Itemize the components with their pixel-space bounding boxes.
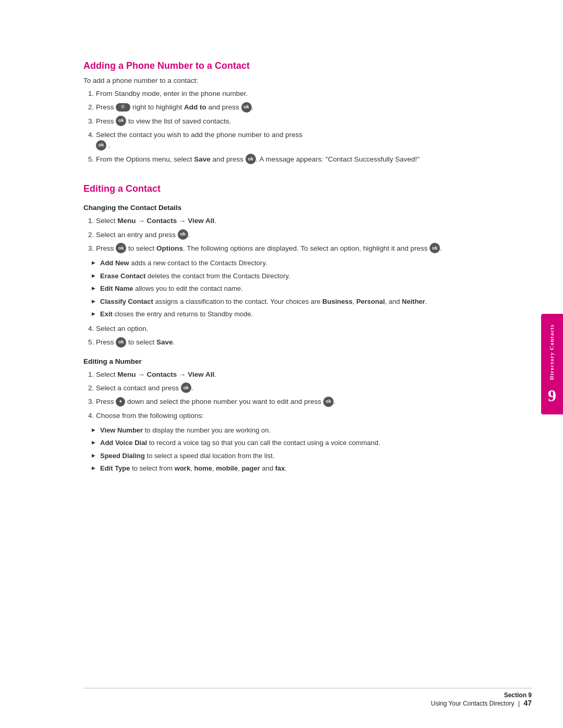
sub2-step1: Select Menu → Contacts → View All.: [96, 369, 511, 380]
ok-icon-s1s4: ok: [96, 140, 106, 151]
section1-step3: Press ok to view the list of saved conta…: [96, 116, 511, 127]
sub2-step3: Press ● down and select the phone number…: [96, 397, 511, 407]
section1-step1-text: From Standby mode, enter in the phone nu…: [96, 90, 248, 97]
sub1-step1: Select Menu → Contacts → View All.: [96, 216, 511, 226]
sub2-bullet3: Speed Dialing to select a speed dial loc…: [92, 451, 511, 461]
side-tab: Contacts Directory 9: [541, 314, 563, 415]
sub1-heading: Changing the Contact Details: [83, 204, 511, 212]
page-content: Adding a Phone Number to a Contact To ad…: [83, 60, 511, 509]
footer-page-info: Using Your Contacts Directory: [431, 700, 515, 707]
sub1-bullets: Add New adds a new contact to the Contac…: [92, 258, 511, 319]
section1-step4: Select the contact you wish to add the p…: [96, 130, 511, 151]
sub1-steps: Select Menu → Contacts → View All. Selec…: [96, 216, 511, 254]
sub2-step4: Choose from the following options:: [96, 411, 511, 421]
sub1-bullet1: Add New adds a new contact to the Contac…: [92, 258, 511, 268]
footer-page-number: 47: [523, 699, 532, 707]
sub2-bullet1: View Number to display the number you ar…: [92, 425, 511, 436]
sub2-steps: Select Menu → Contacts → View All. Selec…: [96, 369, 511, 421]
sub1-bullet2: Erase Contact deletes the contact from t…: [92, 271, 511, 281]
footer-divider: |: [518, 700, 520, 707]
section1-steps: From Standby mode, enter in the phone nu…: [96, 89, 511, 165]
section1-intro: To add a phone number to a contact:: [83, 77, 511, 84]
section1-step1: From Standby mode, enter in the phone nu…: [96, 89, 511, 99]
ok-icon-s1s5: ok: [246, 154, 256, 164]
sub2-step2: Select a contact and press ok.: [96, 383, 511, 393]
footer-content: Section 9 Using Your Contacts Directory …: [431, 692, 532, 707]
ok-icon-sub1s2: ok: [178, 229, 188, 240]
sub1-bullet4: Classify Contact assigns a classificatio…: [92, 297, 511, 307]
ok-icon-sub1s3: ok: [116, 243, 126, 253]
sub2-bullets: View Number to display the number you ar…: [92, 425, 511, 474]
ok-icon-sub2s3: ok: [323, 397, 334, 407]
sub1-steps2: Select an option. Press ok to select Sav…: [96, 324, 511, 348]
sub2-bullet2: Add Voice Dial to record a voice tag so …: [92, 438, 511, 448]
page-container: Contacts Directory 9 Adding a Phone Numb…: [0, 0, 563, 728]
ok-icon-s1s3: ok: [116, 116, 126, 126]
section1-title: Adding a Phone Number to a Contact: [83, 60, 511, 71]
side-tab-text1: Contacts: [548, 324, 555, 350]
ok-icon-sub2s2: ok: [181, 382, 191, 393]
ok-icon-s1s2: ok: [241, 102, 252, 113]
section2-title: Editing a Contact: [83, 183, 511, 194]
sub1-bullet3: Edit Name allows you to edit the contact…: [92, 283, 511, 294]
sub2-heading: Editing a Number: [83, 357, 511, 365]
section1-step5: From the Options menu, select Save and p…: [96, 154, 511, 165]
side-tab-text2: Directory: [548, 352, 555, 380]
sub2-bullet4: Edit Type to select from work, home, mob…: [92, 463, 511, 474]
sub1-step2: Select an entry and press ok.: [96, 230, 511, 240]
sub1-bullet5: Exit closes the entry and returns to Sta…: [92, 309, 511, 319]
ok-icon-sub1s5: ok: [116, 337, 126, 348]
section1-step2: Press ✆ right to highlight Add to and pr…: [96, 102, 511, 113]
footer-section-label: Section 9: [504, 692, 532, 699]
sub1-step3: Press ok to select Options. The followin…: [96, 243, 511, 254]
send-icon: ✆: [116, 103, 130, 112]
sub1-step5: Press ok to select Save.: [96, 337, 511, 348]
nav-icon-sub2s3: ●: [116, 397, 125, 406]
side-tab-number: 9: [548, 387, 556, 404]
footer: Section 9 Using Your Contacts Directory …: [83, 688, 532, 707]
sub1-step4: Select an option.: [96, 324, 511, 334]
ok-icon-sub1s3b: ok: [430, 243, 440, 253]
